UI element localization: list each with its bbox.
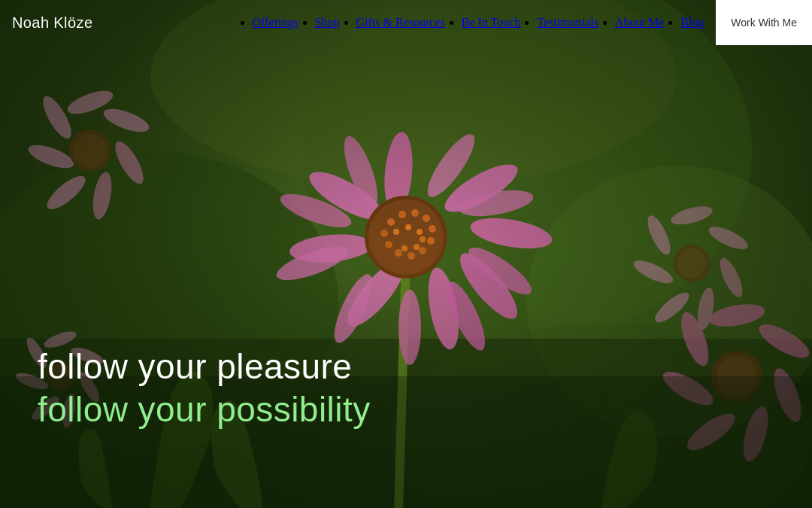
nav-right: Offerings Shop Gifts & Resources Be In T… bbox=[253, 0, 812, 45]
nav-item-blog[interactable]: Blog bbox=[680, 16, 704, 29]
nav-item-offerings[interactable]: Offerings bbox=[253, 16, 298, 29]
nav-item-about-me[interactable]: About Me bbox=[615, 16, 664, 29]
nav-item-shop[interactable]: Shop bbox=[315, 16, 340, 29]
work-with-me-button[interactable]: Work With Me bbox=[716, 0, 812, 45]
nav-item-testimonials[interactable]: Testimonials bbox=[537, 16, 598, 29]
hero-section: Noah Klöze Offerings Shop Gifts & Resour… bbox=[0, 0, 812, 508]
navbar: Noah Klöze Offerings Shop Gifts & Resour… bbox=[0, 0, 812, 45]
hero-line1: follow your pleasure bbox=[38, 346, 371, 388]
hero-text: follow your pleasure follow your possibi… bbox=[38, 346, 371, 433]
hero-line2: follow your possibility bbox=[38, 388, 371, 433]
nav-item-gifts-resources[interactable]: Gifts & Resources bbox=[356, 16, 445, 29]
brand-name[interactable]: Noah Klöze bbox=[12, 14, 92, 32]
nav-item-be-in-touch[interactable]: Be In Touch bbox=[462, 16, 521, 29]
nav-links: Offerings Shop Gifts & Resources Be In T… bbox=[253, 16, 717, 29]
